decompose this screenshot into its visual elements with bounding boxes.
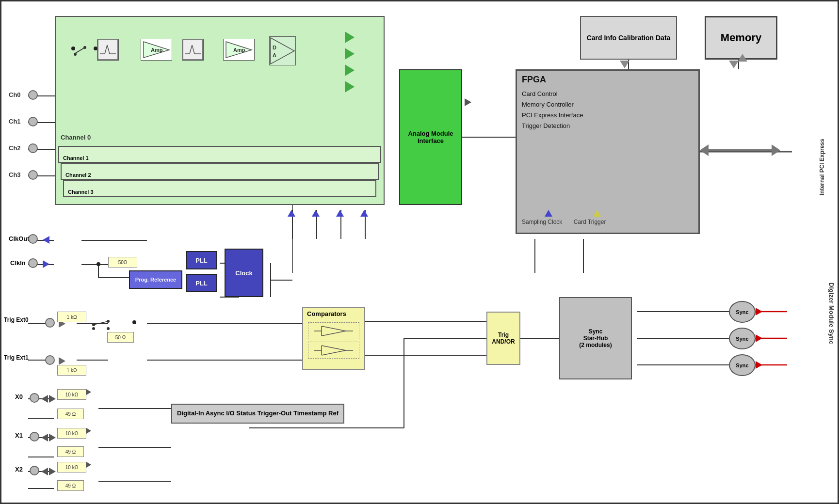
channel-area: Channel 0 Channel 1 Channel 2 Channel 3 [55, 16, 385, 205]
x2-arrows [41, 468, 56, 475]
memory-up-arrow [738, 54, 747, 63]
svg-line-57 [75, 47, 85, 53]
resistor-49-x1: 49 Ω [57, 446, 84, 457]
comparator2 [308, 342, 359, 359]
main-diagram: Ch0 Ch1 Ch2 Ch3 Channel 0 Channel 1 Chan… [0, 0, 839, 504]
clkout-arrow [43, 236, 49, 245]
fpga-line4: Trigger Detection [522, 121, 694, 131]
clock-box: Clock [225, 249, 263, 297]
switch-symbol [73, 44, 87, 58]
fpga-box: FPGA Card Control Memory Controller PCI … [516, 69, 700, 234]
card-info-label: Card Info Calibration Data [587, 34, 671, 42]
x1-label: X1 [15, 432, 23, 439]
svg-point-59 [83, 46, 86, 49]
trig-ext0-label: Trig Ext0 [4, 316, 29, 323]
svg-line-79 [94, 321, 108, 325]
red-arrow1 [756, 308, 762, 315]
clkout-label: ClkOut [9, 235, 30, 242]
card-trigger-label: Card Trigger [574, 219, 606, 225]
ch3-label: Ch3 [9, 171, 21, 178]
resistor-1k-trig0: 1 kΩ [57, 312, 86, 322]
svg-line-84 [322, 331, 346, 336]
x1-res-arrow [86, 428, 91, 435]
channel3-box: Channel 3 [63, 180, 376, 197]
comparators-label: Comparators [303, 308, 364, 320]
ch1-label: Ch1 [9, 118, 21, 125]
digizer-sync-label: Digizer Module Sync [828, 283, 835, 409]
pci-arrows [700, 144, 780, 156]
channel1-box: Channel 1 [58, 146, 381, 163]
card-trigger-arrow [593, 210, 601, 218]
x2-res-arrow [86, 462, 91, 469]
x2-connector [30, 466, 39, 475]
trig-label: Trig [498, 331, 509, 338]
svg-text:A: A [273, 52, 276, 58]
da-box: D A [269, 36, 296, 65]
svg-line-89 [322, 350, 346, 355]
clock-arrow4 [360, 210, 368, 218]
trig-ext1-label: Trig Ext1 [4, 354, 29, 361]
comparator1 [308, 322, 359, 339]
svg-point-58 [74, 53, 77, 56]
switch-trig0 [91, 319, 111, 332]
pci-express-label: Internal PCI Express [819, 98, 825, 195]
sync-circle2: Sync [729, 328, 756, 349]
x0-res-arrow [86, 389, 91, 396]
svg-rect-67 [183, 40, 203, 60]
channel2-box: Channel 2 [61, 163, 379, 180]
card-info-down-arrow [620, 61, 629, 70]
trig-andor-box: Trig AND/OR [486, 312, 520, 365]
pll1-box: PLL [186, 251, 217, 269]
analog-fpga-arrow [465, 98, 471, 108]
svg-line-88 [322, 346, 346, 350]
sync-hub-box: SyncStar-Hub(2 modules) [559, 297, 632, 379]
resistor-10k-x0: 10 kΩ [57, 389, 86, 400]
sampling-clock-label: Sampling Clock [522, 219, 562, 225]
trig-ext0-connector [45, 318, 55, 328]
svg-text:D: D [273, 45, 276, 50]
resistor-10k-x2: 10 kΩ [57, 462, 86, 472]
ch1-connector [28, 117, 38, 126]
x1-arrows [41, 434, 56, 441]
analog-module-label: Analog Module Interface [400, 130, 461, 144]
ch2-connector [28, 143, 38, 153]
comparators-box: Comparators [302, 307, 365, 370]
clkin-connector [28, 258, 38, 268]
x0-connector [30, 393, 39, 403]
resistor-10k-x1: 10 kΩ [57, 428, 86, 439]
dot1 [71, 47, 75, 50]
amp-box1: Amp [141, 39, 172, 61]
channel3-label: Channel 3 [68, 189, 94, 195]
clock-arrow2 [312, 210, 320, 218]
amp-box2: Amp [223, 39, 255, 61]
clkin-arrow [43, 260, 49, 269]
x0-label: X0 [15, 393, 23, 400]
sync-circle1: Sync [729, 301, 756, 323]
ch0-label: Ch0 [9, 91, 21, 98]
svg-point-80 [92, 327, 95, 330]
resistor-50-trig0: 50 Ω [107, 332, 134, 343]
fpga-title: FPGA [517, 71, 698, 87]
resistor-49-x2: 49 Ω [57, 480, 84, 491]
clkout-connector [28, 234, 38, 244]
memory-down-arrow [729, 61, 739, 70]
channel2-label: Channel 2 [65, 172, 91, 178]
fpga-bottom: Sampling Clock Card Trigger [522, 219, 606, 225]
dot-trig0 [132, 320, 136, 324]
sampling-clock-arrow [545, 210, 552, 218]
resistor-1k-trig1: 1 kΩ [57, 365, 86, 376]
ch3-connector [28, 170, 38, 180]
trig-ext1-connector [45, 355, 55, 365]
output-buffers [345, 32, 355, 93]
svg-marker-74 [271, 38, 294, 64]
resistor-50-clkin: 50Ω [108, 257, 137, 268]
clkin-label: ClkIn [10, 259, 26, 267]
sync-hub-label: SyncStar-Hub(2 modules) [579, 328, 612, 348]
sync-circle3: Sync [729, 354, 756, 376]
filter-box2 [182, 39, 204, 61]
andor-label: AND/OR [492, 338, 515, 345]
fpga-line3: PCI Express Interface [522, 110, 694, 121]
clock-arrow1 [288, 210, 295, 218]
ch2-label: Ch2 [9, 144, 21, 152]
ch0-connector [28, 90, 38, 100]
